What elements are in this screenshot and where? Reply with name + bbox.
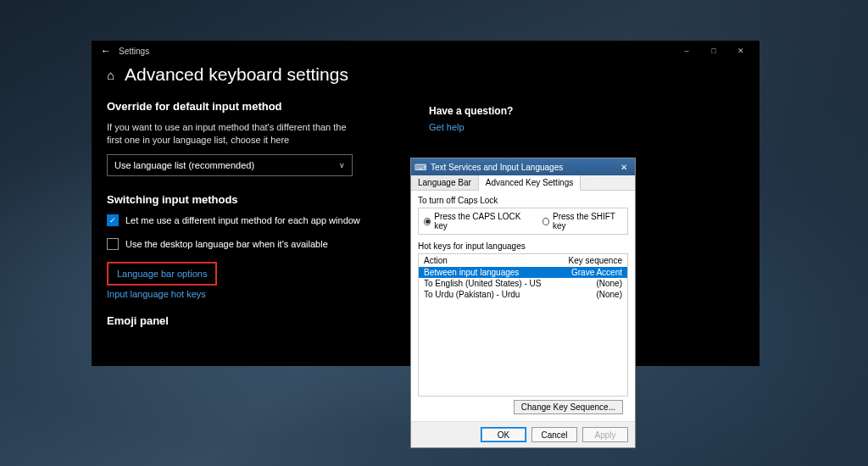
input-method-dropdown[interactable]: Use language list (recommended) ∨ bbox=[107, 154, 353, 176]
ok-button[interactable]: OK bbox=[481, 427, 526, 442]
hotkey-row[interactable]: To Urdu (Pakistan) - Urdu (None) bbox=[419, 289, 627, 300]
home-icon[interactable]: ⌂ bbox=[107, 68, 114, 82]
apply-button: Apply bbox=[582, 427, 628, 442]
dialog-title: Text Services and Input Languages bbox=[431, 163, 616, 172]
settings-left-column: Override for default input method If you… bbox=[107, 100, 395, 336]
dialog-close-button[interactable]: ✕ bbox=[616, 163, 632, 172]
radio-shift-key[interactable]: Press the SHIFT key bbox=[542, 212, 622, 230]
hotkey-action: To Urdu (Pakistan) - Urdu bbox=[424, 290, 558, 299]
page-title: Advanced keyboard settings bbox=[125, 64, 348, 85]
hotkey-row[interactable]: To English (United States) - US (None) bbox=[419, 278, 627, 289]
hotkey-sequence: (None) bbox=[558, 279, 622, 288]
maximize-button[interactable]: □ bbox=[700, 42, 727, 60]
override-description: If you want to use an input method that'… bbox=[107, 121, 361, 147]
hotkey-sequence: Grave Accent bbox=[558, 268, 622, 277]
dialog-tabs: Language Bar Advanced Key Settings bbox=[411, 175, 635, 191]
tab-advanced-key-settings[interactable]: Advanced Key Settings bbox=[479, 175, 581, 191]
input-language-hotkeys-link[interactable]: Input language hot keys bbox=[107, 289, 395, 299]
capslock-group-label: To turn off Caps Lock bbox=[418, 196, 628, 205]
hotkeys-header: Action Key sequence bbox=[419, 254, 627, 267]
back-button[interactable]: ← bbox=[97, 45, 115, 57]
dialog-titlebar[interactable]: ⌨ Text Services and Input Languages ✕ bbox=[411, 158, 635, 175]
radio-icon bbox=[424, 218, 431, 225]
settings-titlebar: ← Settings – □ ✕ bbox=[92, 41, 760, 61]
dialog-keyboard-icon: ⌨ bbox=[415, 163, 426, 172]
window-title: Settings bbox=[115, 47, 673, 56]
hotkey-action: Between input languages bbox=[424, 268, 558, 277]
page-header: ⌂ Advanced keyboard settings bbox=[107, 64, 744, 85]
radio-capslock-key[interactable]: Press the CAPS LOCK key bbox=[424, 212, 526, 230]
dialog-footer: OK Cancel Apply bbox=[411, 421, 635, 447]
radio-label: Press the SHIFT key bbox=[553, 212, 622, 230]
switching-heading: Switching input methods bbox=[107, 193, 395, 206]
hotkeys-list[interactable]: Between input languages Grave Accent To … bbox=[419, 267, 627, 396]
override-heading: Override for default input method bbox=[107, 100, 395, 113]
tab-language-bar[interactable]: Language Bar bbox=[411, 175, 479, 190]
cancel-button[interactable]: Cancel bbox=[531, 427, 577, 442]
checkbox-desktop-langbar[interactable]: Use the desktop language bar when it's a… bbox=[107, 238, 395, 250]
checkbox-icon: ✓ bbox=[107, 214, 119, 226]
checkbox-icon bbox=[107, 238, 119, 250]
hotkeys-group-label: Hot keys for input languages bbox=[418, 241, 628, 251]
help-heading: Have a question? bbox=[429, 105, 744, 117]
change-key-sequence-button[interactable]: Change Key Sequence... bbox=[514, 400, 623, 414]
language-bar-options-highlight: Language bar options bbox=[107, 262, 217, 286]
window-controls: – □ ✕ bbox=[673, 42, 754, 60]
col-action: Action bbox=[424, 256, 558, 265]
text-services-dialog: ⌨ Text Services and Input Languages ✕ La… bbox=[410, 158, 636, 448]
checkbox-label: Let me use a different input method for … bbox=[125, 215, 360, 225]
emoji-heading: Emoji panel bbox=[107, 314, 395, 327]
hotkeys-listbox: Action Key sequence Between input langua… bbox=[418, 253, 628, 397]
checkbox-per-app-window[interactable]: ✓ Let me use a different input method fo… bbox=[107, 214, 395, 226]
hotkey-action: To English (United States) - US bbox=[424, 279, 558, 288]
radio-icon bbox=[542, 218, 549, 225]
dropdown-value: Use language list (recommended) bbox=[114, 160, 254, 170]
minimize-button[interactable]: – bbox=[673, 42, 700, 60]
get-help-link[interactable]: Get help bbox=[429, 122, 744, 132]
dialog-body: To turn off Caps Lock Press the CAPS LOC… bbox=[411, 191, 635, 421]
language-bar-options-link[interactable]: Language bar options bbox=[117, 269, 207, 279]
close-button[interactable]: ✕ bbox=[727, 42, 754, 60]
chevron-down-icon: ∨ bbox=[339, 161, 345, 169]
radio-label: Press the CAPS LOCK key bbox=[434, 212, 526, 230]
hotkey-row[interactable]: Between input languages Grave Accent bbox=[419, 267, 627, 278]
hotkey-actions: Change Key Sequence... bbox=[418, 397, 628, 416]
capslock-radio-group: Press the CAPS LOCK key Press the SHIFT … bbox=[418, 208, 628, 235]
checkbox-label: Use the desktop language bar when it's a… bbox=[125, 239, 328, 249]
col-key-sequence: Key sequence bbox=[558, 256, 622, 265]
hotkey-sequence: (None) bbox=[558, 290, 622, 299]
